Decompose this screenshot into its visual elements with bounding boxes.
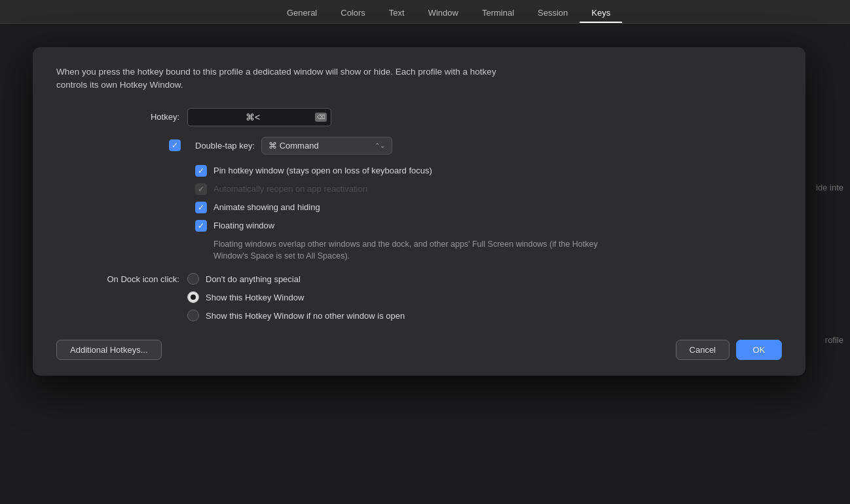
hotkey-input[interactable]: ⌘< ⌫ [187, 108, 331, 126]
dock-radio-row-3: Show this Hotkey Window if no other wind… [56, 310, 782, 321]
animate-checkbox[interactable]: ✓ [195, 202, 207, 213]
double-tap-check-icon: ✓ [172, 141, 178, 149]
auto-reopen-checkbox[interactable]: ✓ [195, 183, 207, 195]
hotkey-row: Hotkey: ⌘< ⌫ [56, 108, 782, 126]
double-tap-checkbox[interactable]: ✓ [169, 139, 181, 151]
hotkey-dialog: When you press the hotkey bound to this … [33, 47, 805, 376]
cancel-button[interactable]: Cancel [676, 340, 730, 360]
side-hints: ide inte rofile [816, 177, 850, 351]
floating-description: Floating windows overlap other windows a… [213, 238, 606, 263]
tab-session[interactable]: Session [526, 4, 580, 23]
double-tap-row: ✓ Double-tap key: ⌘ Command ⌃⌄ [56, 137, 782, 154]
radio-show-if-no-other[interactable] [187, 310, 199, 321]
dialog-footer: Additional Hotkeys... Cancel OK [56, 340, 782, 360]
tab-colors[interactable]: Colors [329, 4, 377, 23]
dock-radio-row-1: On Dock icon click: Don't do anything sp… [56, 273, 782, 285]
tab-general[interactable]: General [275, 4, 329, 23]
double-tap-selected-value: ⌘ Command [268, 141, 319, 151]
ok-button[interactable]: OK [736, 340, 782, 360]
hotkey-value: ⌘< [246, 112, 260, 122]
hotkey-input-wrapper: ⌘< ⌫ [187, 108, 331, 126]
additional-hotkeys-button[interactable]: Additional Hotkeys... [56, 340, 162, 360]
animate-check-icon: ✓ [198, 204, 204, 211]
animate-label: Animate showing and hiding [213, 202, 320, 212]
auto-reopen-row: ✓ Automatically reopen on app reactivati… [195, 183, 782, 195]
floating-check-icon: ✓ [198, 222, 204, 230]
dialog-action-buttons: Cancel OK [676, 340, 782, 360]
dialog-description: When you press the hotkey bound to this … [56, 65, 502, 92]
double-tap-offset: ✓ [56, 139, 195, 151]
dock-radio-row-2: Show this Hotkey Window [56, 291, 782, 303]
chevron-down-icon: ⌃⌄ [375, 142, 385, 149]
tab-terminal[interactable]: Terminal [470, 4, 526, 23]
checkboxes-section: ✓ Pin hotkey window (stays open on loss … [195, 165, 782, 263]
floating-row: ✓ Floating window [195, 220, 782, 232]
floating-label: Floating window [213, 221, 274, 230]
auto-reopen-check-icon: ✓ [198, 185, 204, 193]
dock-label: On Dock icon click: [56, 274, 187, 284]
pin-hotkey-checkbox[interactable]: ✓ [195, 165, 207, 177]
pin-check-icon: ✓ [198, 167, 204, 175]
tab-bar: General Colors Text Window Terminal Sess… [0, 0, 850, 24]
radio-dont-do-label: Don't do anything special [206, 274, 301, 284]
pin-hotkey-row: ✓ Pin hotkey window (stays open on loss … [195, 165, 782, 177]
radio-show-hotkey[interactable] [187, 291, 199, 303]
animate-row: ✓ Animate showing and hiding [195, 202, 782, 213]
radio-show-if-no-other-label: Show this Hotkey Window if no other wind… [206, 311, 405, 321]
pin-hotkey-label: Pin hotkey window (stays open on loss of… [213, 166, 432, 175]
double-tap-label: Double-tap key: [195, 141, 255, 151]
radio-show-hotkey-label: Show this Hotkey Window [206, 293, 304, 302]
floating-checkbox[interactable]: ✓ [195, 220, 207, 232]
double-tap-combined: Double-tap key: ⌘ Command ⌃⌄ [195, 137, 392, 154]
auto-reopen-label: Automatically reopen on app reactivation [213, 184, 367, 194]
hotkey-clear-button[interactable]: ⌫ [315, 113, 327, 122]
hotkey-label: Hotkey: [56, 112, 187, 122]
dock-icon-section: On Dock icon click: Don't do anything sp… [56, 273, 782, 321]
tab-text[interactable]: Text [377, 4, 416, 23]
tab-window[interactable]: Window [416, 4, 470, 23]
tab-keys[interactable]: Keys [580, 4, 622, 23]
radio-dont-do[interactable] [187, 273, 199, 285]
double-tap-select[interactable]: ⌘ Command ⌃⌄ [261, 137, 392, 154]
main-background: ide inte rofile When you press the hotke… [0, 24, 850, 504]
